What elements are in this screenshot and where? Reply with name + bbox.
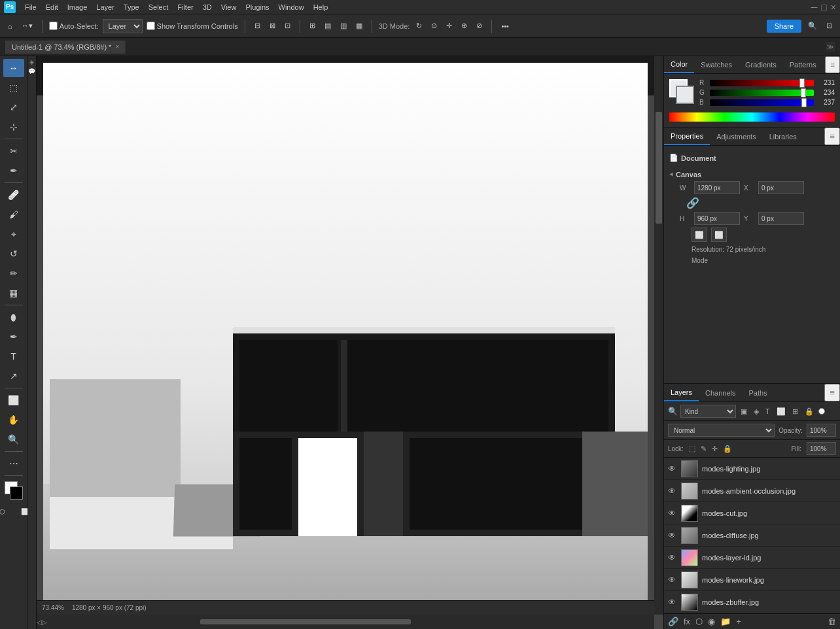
scroll-right-button[interactable]: ▷ [42,619,47,626]
background-color-swatch[interactable] [676,86,694,104]
tab-close-button[interactable]: × [115,43,119,50]
filter-type-button[interactable]: T [763,407,772,416]
add-layer-button[interactable]: + [736,617,741,626]
layer-visibility-icon[interactable]: 👁 [668,553,677,562]
menu-3d[interactable]: 3D [203,3,212,11]
move-tool-button[interactable]: ↔▾ [19,20,35,31]
eraser-tool[interactable]: ✏ [3,264,24,282]
history-brush-tool[interactable]: ↺ [3,245,24,263]
layer-visibility-icon[interactable]: 👁 [668,598,677,607]
rectangle-tool[interactable]: ⬜ [3,391,24,409]
filter-shape-button[interactable]: ⬜ [775,407,788,416]
canvas-width-input[interactable] [694,181,740,194]
add-group-button[interactable]: 📁 [720,617,731,626]
color-spectrum-bar[interactable] [669,112,835,122]
scroll-left-button[interactable]: ◁ [37,619,42,626]
lock-artboard-button[interactable]: ✛ [712,445,718,453]
layer-visibility-icon[interactable]: 👁 [668,575,677,585]
menu-help[interactable]: Help [313,3,328,11]
green-slider[interactable] [710,90,814,96]
pen-tool[interactable]: ✒ [3,328,24,346]
fill-input[interactable] [807,442,836,455]
canvas-x-input[interactable] [758,181,804,194]
layer-filter-select[interactable]: Kind Name Effect Mode Attribute Color Sm… [680,405,736,418]
canvas-section-header[interactable]: ▾ Canvas [669,167,835,181]
canvas-height-input[interactable] [694,212,740,225]
document-tab[interactable]: Untitled-1 @ 73.4% (RGB/8#) * × [5,41,126,54]
arrange-button[interactable]: ⊡ [824,20,835,31]
layer-item[interactable]: 👁 modes-layer-id.jpg [664,547,840,569]
3d-rotate-button[interactable]: ↻ [413,20,425,31]
menu-filter[interactable]: Filter [177,3,193,11]
layer-item[interactable]: 👁 modes-cut.jpg [664,502,840,524]
zoom-tool[interactable]: 🔍 [3,430,24,449]
document-section-header[interactable]: 📄 Document [669,151,835,165]
libraries-tab[interactable]: Libraries [763,129,803,144]
lock-all-button[interactable]: 🔒 [723,445,732,453]
share-button[interactable]: Share [767,20,801,33]
clone-stamp-tool[interactable]: ⌖ [3,225,24,243]
paths-tab[interactable]: Paths [743,385,774,401]
color-tab[interactable]: Color [664,56,694,73]
gradients-tab[interactable]: Gradients [739,57,783,73]
horizontal-scrollbar[interactable]: ◁ ▷ [37,615,654,629]
search-button[interactable]: 🔍 [805,20,820,31]
filter-adjustment-button[interactable]: ◈ [752,407,761,416]
auto-select-checkbox[interactable] [49,22,58,30]
layers-panel-menu-button[interactable]: ≡ [824,384,840,401]
move-tool[interactable]: ↔ [3,59,24,77]
maximize-button[interactable]: □ [821,2,826,12]
home-button[interactable]: ⌂ [5,21,15,31]
side-comment-button[interactable]: 💬 [28,68,35,75]
vertical-scroll-thumb[interactable] [656,112,662,224]
vertical-scrollbar[interactable] [654,56,663,615]
layer-visibility-icon[interactable]: 👁 [668,486,677,496]
link-layers-button[interactable]: 🔗 [668,617,678,626]
portrait-button[interactable]: ⬜ [711,228,727,242]
align-center-button[interactable]: ⊠ [267,20,278,31]
landscape-button[interactable]: ⬜ [691,228,707,242]
align-left-button[interactable]: ⊟ [252,20,263,31]
layers-tab[interactable]: Layers [664,384,699,401]
menu-plugins[interactable]: Plugins [245,3,269,11]
h-scroll-thumb[interactable] [200,619,411,624]
more-options-button[interactable]: ••• [499,21,512,31]
filter-pixel-button[interactable]: ▣ [739,407,749,416]
filter-pin-button[interactable]: 🔒 [803,407,816,416]
layer-visibility-icon[interactable]: 👁 [668,509,677,518]
quick-mask-button[interactable]: ⬡ [0,502,13,520]
blue-slider[interactable] [710,99,814,106]
color-panel-menu-button[interactable]: ≡ [825,56,840,73]
lock-position-button[interactable]: ✎ [701,445,707,453]
menu-type[interactable]: Type [124,3,139,11]
auto-select-dropdown[interactable]: Layer Group [103,19,143,33]
layer-item[interactable]: 👁 modes-ambient-occlusion.jpg [664,480,840,502]
hand-tool[interactable]: ✋ [3,411,24,429]
layer-item[interactable]: 👁 modes-zbuffer.jpg [664,591,840,613]
gradient-tool[interactable]: ▦ [3,284,24,302]
add-mask-button[interactable]: ⬡ [695,617,703,626]
distribute-button[interactable]: ⊞ [307,20,318,31]
adjustments-tab[interactable]: Adjustments [710,129,763,144]
3d-slide-button[interactable]: ⊕ [459,20,470,31]
align-right-button[interactable]: ⊡ [282,20,293,31]
3d-roll-button[interactable]: ⊙ [429,20,440,31]
layer-visibility-icon[interactable]: 👁 [668,464,677,473]
menu-file[interactable]: File [25,3,37,11]
properties-panel-menu-button[interactable]: ≡ [824,128,840,145]
panel-collapse-button[interactable]: ≫ [826,42,835,52]
3d-pan-button[interactable]: ✛ [444,20,455,31]
eyedropper-tool[interactable]: ✒ [3,162,24,180]
dodge-tool[interactable]: ⬮ [3,308,24,326]
more-tools-button[interactable]: ⋯ [3,454,24,473]
swatches-tab[interactable]: Swatches [694,57,739,73]
marquee-tool[interactable]: ⬚ [3,78,24,97]
magic-wand-tool[interactable]: ⊹ [3,118,24,136]
path-select-tool[interactable]: ↗ [3,367,24,385]
crop-tool[interactable]: ✂ [3,142,24,160]
channels-tab[interactable]: Channels [699,385,742,401]
layer-visibility-icon[interactable]: 👁 [668,531,677,540]
canvas-document[interactable] [43,63,648,602]
3d-scale-button[interactable]: ⊘ [474,20,485,31]
lock-pixels-button[interactable]: ⬚ [689,445,695,453]
